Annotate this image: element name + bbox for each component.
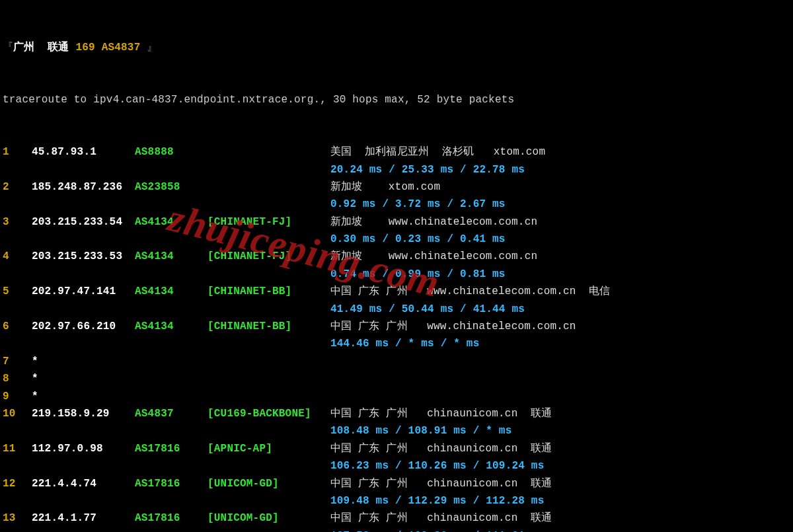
hop-row: 9*: [3, 388, 790, 405]
hop-asn: AS8888: [135, 143, 208, 161]
hop-row: 5202.97.47.141AS4134[CHINANET-BB]中国 广东 广…: [3, 283, 790, 300]
hop-latency: 108.48 ms / 108.91 ms / * ms: [330, 422, 511, 439]
hop-latency-row: 109.48 ms / 112.29 ms / 112.28 ms: [3, 492, 790, 510]
hop-asn: AS4134: [135, 283, 208, 300]
hop-latency: 0.74 ms / 0.99 ms / 0.81 ms: [330, 266, 506, 283]
hop-tag: [CHINANET-FJ]: [208, 213, 330, 231]
hop-row: 145.87.93.1AS8888美国 加利福尼亚州 洛杉矶 xtom.com: [3, 143, 790, 161]
hop-location: 中国 广东 广州 chinaunicom.cn 联通: [330, 405, 552, 422]
hop-location: 新加坡 www.chinatelecom.com.cn: [330, 248, 537, 265]
hop-number: 1: [3, 143, 32, 161]
hop-number: 6: [3, 318, 32, 335]
hop-row: 12221.4.4.74AS17816[UNICOM-GD]中国 广东 广州 c…: [3, 475, 790, 492]
hop-number: 8: [3, 370, 32, 387]
hop-ip: 45.87.93.1: [32, 143, 135, 161]
hop-number: 9: [3, 388, 32, 405]
hop-location: 新加坡 xtom.com: [330, 178, 440, 196]
hop-ip: 203.215.233.53: [32, 248, 135, 265]
hop-ip: 112.97.0.98: [32, 440, 135, 457]
hop-row: 3203.215.233.54AS4134[CHINANET-FJ]新加坡 ww…: [3, 213, 790, 231]
hop-row: 6202.97.66.210AS4134[CHINANET-BB]中国 广东 广…: [3, 318, 790, 335]
hop-latency: 0.92 ms / 3.72 ms / 2.67 ms: [330, 196, 506, 213]
hop-ip: 221.4.1.77: [32, 510, 135, 527]
hop-asn: AS4134: [135, 213, 208, 231]
hop-row: 13221.4.1.77AS17816[UNICOM-GD]中国 广东 广州 c…: [3, 510, 790, 527]
header-bracket-right: 』: [140, 42, 157, 54]
hop-number: 12: [3, 475, 32, 492]
hop-latency-row: 41.49 ms / 50.44 ms / 41.44 ms: [3, 301, 790, 318]
hop-number: 2: [3, 178, 32, 196]
hop-latency-row: 144.46 ms / * ms / * ms: [3, 335, 790, 352]
hop-tag: [CHINANET-BB]: [208, 318, 330, 335]
hop-number: 7: [3, 353, 32, 370]
hop-row: 10219.158.9.29AS4837[CU169-BACKBONE]中国 广…: [3, 405, 790, 422]
hop-row: 11112.97.0.98AS17816[APNIC-AP]中国 广东 广州 c…: [3, 440, 790, 457]
trace-header: 『广州 联通 169 AS4837 』: [3, 39, 790, 56]
hop-tag: [UNICOM-GD]: [208, 475, 330, 492]
hop-latency: 144.46 ms / * ms / * ms: [330, 335, 479, 352]
hop-latency: 106.23 ms / 110.26 ms / 109.24 ms: [330, 457, 544, 475]
hop-ip: *: [32, 353, 135, 370]
hops-container: 145.87.93.1AS8888美国 加利福尼亚州 洛杉矶 xtom.com2…: [3, 143, 790, 532]
hop-latency-row: 108.48 ms / 108.91 ms / * ms: [3, 422, 790, 439]
hop-asn: AS17816: [135, 440, 208, 457]
hop-row: 4203.215.233.53AS4134[CHINANET-FJ]新加坡 ww…: [3, 248, 790, 265]
hop-asn: AS17816: [135, 510, 208, 527]
hop-row: 7*: [3, 353, 790, 370]
hop-ip: 185.248.87.236: [32, 178, 135, 196]
hop-ip: 202.97.47.141: [32, 283, 135, 300]
hop-ip: *: [32, 388, 135, 405]
hop-number: 13: [3, 510, 32, 527]
hop-row: 2185.248.87.236AS23858新加坡 xtom.com: [3, 178, 790, 196]
hop-latency: 0.30 ms / 0.23 ms / 0.41 ms: [330, 231, 506, 248]
hop-latency-row: 0.30 ms / 0.23 ms / 0.41 ms: [3, 231, 790, 248]
header-location: 广州 联通: [13, 42, 69, 54]
hop-location: 中国 广东 广州 chinaunicom.cn 联通: [330, 440, 552, 457]
hop-location: 中国 广东 广州 chinaunicom.cn 联通: [330, 510, 552, 527]
hop-latency: 107.53 ms / 109.86 ms / 111.61 ms: [330, 527, 544, 532]
hop-number: 3: [3, 213, 32, 231]
terminal-output: 『广州 联通 169 AS4837 』 traceroute to ipv4.c…: [0, 0, 793, 532]
hop-latency: 109.48 ms / 112.29 ms / 112.28 ms: [330, 492, 544, 510]
hop-ip: 219.158.9.29: [32, 405, 135, 422]
header-bracket-left: 『: [3, 42, 13, 54]
hop-tag: [CHINANET-FJ]: [208, 248, 330, 265]
hop-number: 11: [3, 440, 32, 457]
hop-asn: AS4134: [135, 318, 208, 335]
hop-latency-row: 107.53 ms / 109.86 ms / 111.61 ms: [3, 527, 790, 532]
header-asn: 169 AS4837: [75, 42, 140, 54]
hop-location: 中国 广东 广州 chinaunicom.cn 联通: [330, 475, 552, 492]
hop-ip: *: [32, 370, 135, 387]
hop-tag: [UNICOM-GD]: [208, 510, 330, 527]
hop-tag: [CHINANET-BB]: [208, 283, 330, 300]
hop-tag: [CU169-BACKBONE]: [208, 405, 330, 422]
hop-number: 10: [3, 405, 32, 422]
hop-asn: AS23858: [135, 178, 208, 196]
hop-asn: AS4134: [135, 248, 208, 265]
hop-location: 中国 广东 广州 www.chinatelecom.com.cn 电信: [330, 283, 611, 300]
traceroute-command: traceroute to ipv4.can-4837.endpoint.nxt…: [3, 91, 790, 108]
hop-location: 新加坡 www.chinatelecom.com.cn: [330, 213, 537, 231]
hop-asn: AS17816: [135, 475, 208, 492]
hop-tag: [APNIC-AP]: [208, 440, 330, 457]
hop-latency-row: 106.23 ms / 110.26 ms / 109.24 ms: [3, 457, 790, 475]
hop-latency-row: 0.92 ms / 3.72 ms / 2.67 ms: [3, 196, 790, 213]
hop-location: 美国 加利福尼亚州 洛杉矶 xtom.com: [330, 143, 545, 161]
hop-ip: 221.4.4.74: [32, 475, 135, 492]
hop-location: 中国 广东 广州 www.chinatelecom.com.cn: [330, 318, 576, 335]
hop-asn: AS4837: [135, 405, 208, 422]
hop-latency-row: 0.74 ms / 0.99 ms / 0.81 ms: [3, 266, 790, 283]
hop-row: 8*: [3, 370, 790, 387]
hop-ip: 202.97.66.210: [32, 318, 135, 335]
hop-number: 4: [3, 248, 32, 265]
hop-latency: 20.24 ms / 25.33 ms / 22.78 ms: [330, 161, 525, 178]
hop-latency-row: 20.24 ms / 25.33 ms / 22.78 ms: [3, 161, 790, 178]
hop-number: 5: [3, 283, 32, 300]
hop-ip: 203.215.233.54: [32, 213, 135, 231]
hop-latency: 41.49 ms / 50.44 ms / 41.44 ms: [330, 301, 525, 318]
